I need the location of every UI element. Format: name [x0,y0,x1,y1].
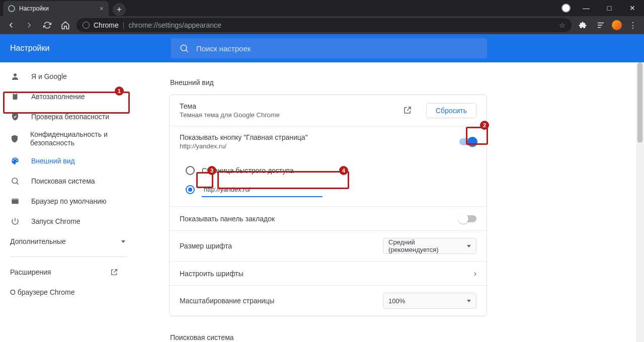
settings-header: Настройки [0,34,644,62]
sidebar-item-appearance[interactable]: Внешний вид [0,151,128,171]
extensions-label: Расширения [10,268,51,276]
radio-ntp-row[interactable]: Страница быстрого доступа [186,161,487,180]
page-zoom-value: 100% [388,297,405,305]
svg-point-1 [14,73,17,76]
sidebar-item-label: Браузер по умолчанию [31,197,107,205]
close-window-button[interactable]: ✕ [621,0,644,16]
sidebar-extensions[interactable]: Расширения [0,262,128,282]
back-button[interactable] [4,18,18,32]
chevron-right-icon: › [474,269,476,278]
svg-rect-2 [13,94,18,100]
sidebar-item-label: Я и Google [31,72,67,80]
radio-url-row[interactable] [186,180,487,199]
clipboard-icon [10,92,20,101]
page-zoom-row: Масштабирование страницы 100% [170,286,487,316]
home-radio-group: Страница быстрого доступа [170,157,487,207]
advanced-label: Дополнительные [10,237,66,245]
theme-subtitle: Темная тема для Google Chrome [180,111,403,119]
search-input[interactable] [196,44,479,53]
sidebar-item-privacy[interactable]: Конфиденциальность и безопасность [0,127,128,151]
sidebar-item-label: Внешний вид [31,157,75,165]
site-info-icon[interactable] [83,22,90,29]
theme-title: Тема [180,102,403,110]
radio-ntp[interactable] [186,166,195,175]
chevron-down-icon [467,245,471,247]
extensions-puzzle-icon[interactable] [576,18,590,32]
sidebar-item-label: Автозаполнение [31,93,85,101]
search-icon [179,43,189,53]
sidebar-advanced[interactable]: Дополнительные [0,231,128,251]
power-icon [10,217,20,226]
browser-tab[interactable]: Настройки × [3,1,109,16]
omnibox-path: chrome://settings/appearance [128,21,221,29]
home-toggle[interactable] [459,138,476,145]
svg-rect-6 [12,199,19,200]
settings-content: Внешний вид Тема Темная тема для Google … [129,62,644,342]
reading-list-icon[interactable] [594,18,608,32]
sidebar-item-autofill[interactable]: Автозаполнение [0,87,128,107]
reset-theme-button[interactable]: Сбросить [426,103,476,118]
annotation-badge-3: 3 [207,166,216,175]
vertical-scrollbar[interactable] [636,62,644,342]
shield-icon [10,134,19,143]
close-tab-icon[interactable]: × [100,5,104,13]
bookmark-star-icon[interactable]: ☆ [559,21,566,29]
sidebar-about-chrome[interactable]: О браузере Chrome [0,282,128,302]
address-bar[interactable]: Chrome | chrome://settings/appearance ☆ [76,18,572,32]
sidebar-item-default-browser[interactable]: Браузер по умолчанию [0,191,128,211]
external-link-icon[interactable] [403,106,413,116]
home-url-input[interactable] [202,182,323,197]
chevron-down-icon [467,300,471,302]
font-size-select[interactable]: Средний (рекомендуется) [383,238,476,254]
sidebar-item-label: Запуск Chrome [31,217,80,225]
sidebar-item-on-startup[interactable]: Запуск Chrome [0,211,128,231]
bookmarks-title: Показывать панель закладок [180,215,459,223]
maximize-button[interactable]: □ [598,0,621,16]
home-subtitle: http://yandex.ru/ [180,142,459,150]
reload-button[interactable] [40,18,54,32]
sidebar-item-safety-check[interactable]: Проверка безопасности [0,107,128,127]
sidebar-item-search-engine[interactable]: Поисковая система [0,171,128,191]
font-size-value: Средний (рекомендуется) [388,238,467,253]
section-title-appearance: Внешний вид [170,78,487,87]
divider [10,256,128,257]
settings-sidebar: Я и Google Автозаполнение Проверка безоп… [0,62,129,342]
sidebar-item-label: Поисковая система [31,177,95,185]
font-size-row: Размер шрифта Средний (рекомендуется) [170,231,487,262]
kebab-menu-icon[interactable]: ⋮ [626,18,640,32]
person-icon [10,72,20,81]
custom-fonts-row[interactable]: Настроить шрифты › [170,262,487,286]
page-zoom-select[interactable]: 100% [383,293,476,309]
sidebar-item-you-and-google[interactable]: Я и Google [0,66,128,87]
svg-point-4 [12,178,18,184]
settings-app: Настройки Я и Google Автозаполнение Пров… [0,34,644,342]
chevron-down-icon [121,240,125,243]
custom-fonts-title: Настроить шрифты [180,270,474,278]
annotation-badge-2: 2 [480,121,489,130]
minimize-button[interactable]: — [575,0,598,16]
bookmarks-toggle[interactable] [459,215,476,222]
palette-icon [10,156,20,165]
profile-avatar[interactable] [612,20,622,30]
settings-search[interactable] [171,38,487,58]
sidebar-item-label: Конфиденциальность и безопасность [30,130,128,147]
window-titlebar: Настройки × + — □ ✕ [0,0,644,16]
profile-indicator-icon[interactable] [561,4,571,13]
section-title-search: Поисковая система [170,333,487,341]
annotation-badge-4: 4 [339,166,348,175]
new-tab-button[interactable]: + [113,3,126,16]
annotation-badge-1: 1 [115,87,124,96]
forward-button[interactable] [22,18,36,32]
home-button[interactable] [58,18,72,32]
external-link-icon [110,268,118,276]
search-icon [10,177,20,186]
radio-custom-url[interactable] [186,185,195,194]
gear-icon [8,5,15,12]
theme-row[interactable]: Тема Темная тема для Google Chrome Сброс… [170,95,487,126]
svg-rect-3 [14,93,17,95]
home-button-row: Показывать кнопку "Главная страница" htt… [170,126,487,157]
page-zoom-title: Масштабирование страницы [180,297,383,305]
home-title: Показывать кнопку "Главная страница" [180,133,459,141]
sidebar-item-label: Проверка безопасности [31,113,109,121]
tab-title: Настройки [19,5,49,12]
